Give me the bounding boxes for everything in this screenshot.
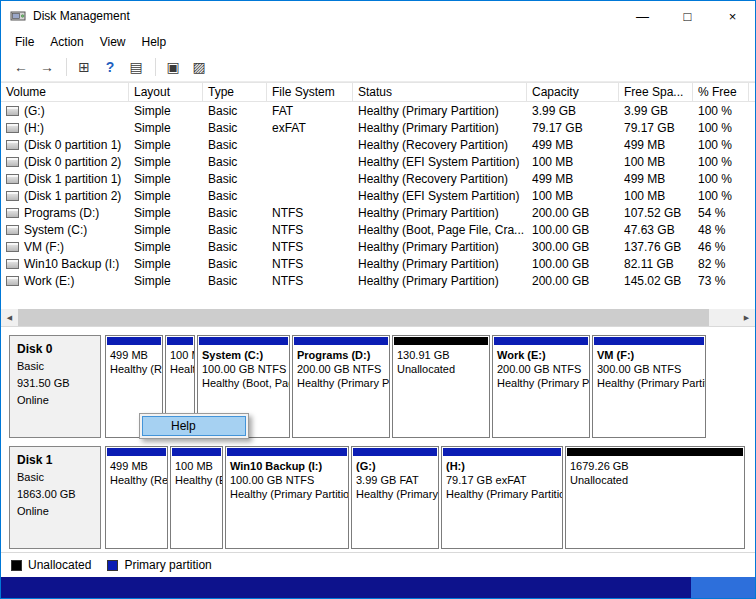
partition-line: Healthy (Primary Partition) [230,487,344,501]
partition[interactable]: Win10 Backup (I:)100.00 GB NTFSHealthy (… [225,446,349,549]
cell-free_space: 107.52 GB [619,206,693,220]
unallocated-region[interactable]: 130.91 GBUnallocated [392,335,490,438]
disk-status: Online [17,392,93,409]
column-header-free_space[interactable]: Free Spa... [619,83,693,101]
cell-layout: Simple [129,240,203,254]
partition[interactable]: Work (E:)200.00 GB NTFSHealthy (Primary … [492,335,590,438]
cell-type: Basic [203,189,267,203]
partition[interactable]: VM (F:)300.00 GB NTFSHealthy (Primary Pa… [592,335,706,438]
column-header-status[interactable]: Status [353,83,527,101]
disk-header-0[interactable]: Disk 0Basic931.50 GBOnline [9,335,101,438]
partition[interactable]: 100 MBHealthy (EFI System Partition) [170,446,223,549]
column-header-file_system[interactable]: File System [267,83,353,101]
menu-help[interactable]: Help [134,32,175,52]
scrollbar-thumb[interactable] [18,309,709,326]
partition-line: 499 MB [110,459,163,473]
partition-line: 1679.26 GB [570,459,740,473]
volume-row[interactable]: Win10 Backup (I:)SimpleBasicNTFSHealthy … [1,255,755,272]
cell-capacity: 100 MB [527,189,619,203]
show-console-tree-icon[interactable]: ⊞ [72,56,96,78]
volume-row[interactable]: (Disk 1 partition 1)SimpleBasicHealthy (… [1,170,755,187]
cell-file_system: exFAT [267,121,353,135]
partition[interactable]: (H:)79.17 GB exFATHealthy (Primary Parti… [441,446,563,549]
volume-icon [6,259,19,269]
maximize-button[interactable]: □ [665,1,710,31]
cell-volume: (Disk 1 partition 1) [1,172,129,186]
cell-capacity: 499 MB [527,172,619,186]
scrollbar-track[interactable] [18,309,738,326]
volume-icon [6,276,19,286]
context-menu-item-help[interactable]: Help [142,416,246,436]
volume-row[interactable]: (Disk 0 partition 2)SimpleBasicHealthy (… [1,153,755,170]
cell-status: Healthy (Recovery Partition) [353,172,527,186]
volume-icon [6,174,19,184]
disk-name: Disk 0 [17,341,93,358]
column-header-capacity[interactable]: Capacity [527,83,619,101]
scroll-left-button[interactable]: ◀ [1,309,18,326]
menu-file[interactable]: File [7,32,42,52]
column-header-percent_free[interactable]: % Free [693,83,749,101]
menu-bar: FileActionViewHelp [1,31,755,53]
partition[interactable]: Programs (D:)200.00 GB NTFSHealthy (Prim… [292,335,390,438]
refresh-icon[interactable]: ▣ [161,56,185,78]
partition-line: 100 MB [175,459,218,473]
cell-status: Healthy (Recovery Partition) [353,138,527,152]
menu-view[interactable]: View [92,32,134,52]
partition-info: Work (E:)200.00 GB NTFSHealthy (Primary … [493,345,589,393]
show-action-pane-icon[interactable]: ▤ [124,56,148,78]
cell-capacity: 79.17 GB [527,121,619,135]
volume-icon [6,191,19,201]
volume-row[interactable]: (G:)SimpleBasicFATHealthy (Primary Parti… [1,102,755,119]
legend-bar: UnallocatedPrimary partition [1,552,755,577]
column-header-volume[interactable]: Volume [1,83,129,101]
minimize-button[interactable]: — [620,1,665,31]
partition-info: Programs (D:)200.00 GB NTFSHealthy (Prim… [293,345,389,393]
cell-percent_free: 100 % [693,121,749,135]
volume-row[interactable]: Programs (D:)SimpleBasicNTFSHealthy (Pri… [1,204,755,221]
cell-capacity: 200.00 GB [527,274,619,288]
partition[interactable]: (G:)3.99 GB FATHealthy (Primary Partitio… [351,446,439,549]
cell-free_space: 47.63 GB [619,223,693,237]
partition-color-bar [172,448,221,456]
menu-action[interactable]: Action [42,32,91,52]
disk-header-1[interactable]: Disk 1Basic1863.00 GBOnline [9,446,101,549]
cell-status: Healthy (Primary Partition) [353,104,527,118]
cell-layout: Simple [129,172,203,186]
cell-file_system: NTFS [267,257,353,271]
cell-capacity: 100.00 GB [527,223,619,237]
close-button[interactable]: × [710,1,755,31]
forward-icon[interactable]: → [35,56,59,78]
volume-row[interactable]: (Disk 0 partition 1)SimpleBasicHealthy (… [1,136,755,153]
scroll-right-button[interactable]: ▶ [738,309,755,326]
cell-layout: Simple [129,138,203,152]
cell-status: Healthy (EFI System Partition) [353,189,527,203]
cell-volume: (Disk 1 partition 2) [1,189,129,203]
unallocated-region[interactable]: 1679.26 GBUnallocated [565,446,745,549]
graphical-view: Disk 0Basic931.50 GBOnline499 MBHealthy … [1,326,755,552]
export-list-icon[interactable]: ▨ [187,56,211,78]
volume-row[interactable]: Work (E:)SimpleBasicNTFSHealthy (Primary… [1,272,755,289]
partition-color-bar [494,337,588,345]
partition-title: (G:) [356,459,434,473]
cell-type: Basic [203,206,267,220]
column-header-type[interactable]: Type [203,83,267,101]
volume-icon [6,106,19,116]
volume-row[interactable]: VM (F:)SimpleBasicNTFSHealthy (Primary P… [1,238,755,255]
disk-size: 1863.00 GB [17,486,93,503]
partition-info: VM (F:)300.00 GB NTFSHealthy (Primary Pa… [593,345,705,393]
back-icon[interactable]: ← [9,56,33,78]
help-icon[interactable]: ? [98,56,122,78]
partition-color-bar [594,337,704,345]
cell-status: Healthy (Primary Partition) [353,121,527,135]
cell-volume: (Disk 0 partition 2) [1,155,129,169]
volume-icon [6,208,19,218]
cell-capacity: 100.00 GB [527,257,619,271]
volume-row[interactable]: (H:)SimpleBasicexFATHealthy (Primary Par… [1,119,755,136]
cell-free_space: 3.99 GB [619,104,693,118]
column-header-layout[interactable]: Layout [129,83,203,101]
volume-row[interactable]: (Disk 1 partition 2)SimpleBasicHealthy (… [1,187,755,204]
cell-file_system: FAT [267,104,353,118]
volume-row[interactable]: System (C:)SimpleBasicNTFSHealthy (Boot,… [1,221,755,238]
horizontal-scrollbar[interactable]: ◀ ▶ [1,309,755,326]
partition[interactable]: 499 MBHealthy (Recovery Partition) [105,446,168,549]
